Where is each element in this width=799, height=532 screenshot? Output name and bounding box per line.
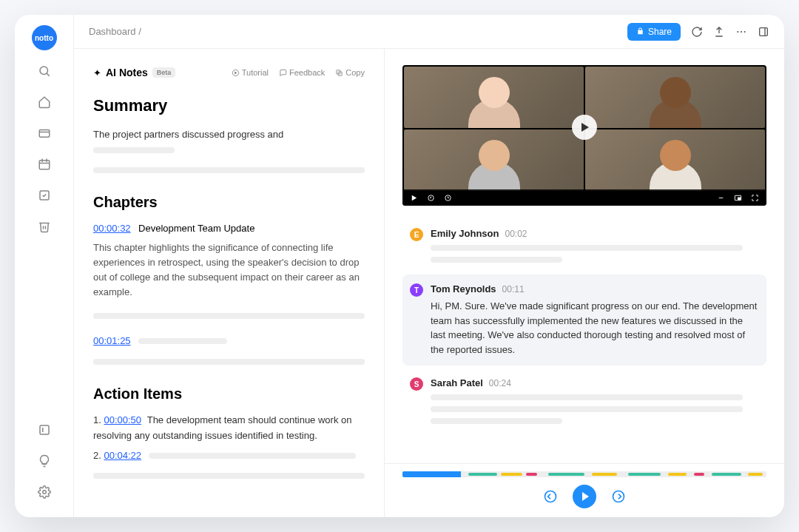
beta-badge: Beta: [152, 67, 176, 78]
tutorial-button[interactable]: Tutorial: [232, 68, 269, 77]
svg-point-13: [744, 30, 746, 32]
video-player[interactable]: [402, 65, 766, 206]
avatar: S: [410, 377, 423, 391]
avatar: T: [410, 283, 423, 297]
svg-rect-2: [39, 130, 50, 138]
logo[interactable]: notto: [32, 25, 57, 50]
sidebar: notto: [15, 15, 74, 517]
gear-icon[interactable]: [37, 485, 52, 499]
speaker-name: Sarah Patel: [431, 377, 483, 388]
forward-button[interactable]: [611, 489, 626, 504]
content: ✦ AI Notes Beta Tutorial Feedback Copy S…: [74, 49, 784, 517]
avatar: E: [410, 228, 423, 241]
breadcrumb[interactable]: Dashboard /: [89, 26, 141, 37]
copy-button[interactable]: Copy: [335, 68, 365, 77]
search-icon[interactable]: [37, 64, 52, 78]
turn-timestamp: 00:24: [489, 378, 511, 388]
play-overlay-button[interactable]: [572, 115, 597, 140]
share-button[interactable]: Share: [627, 23, 681, 41]
share-label: Share: [648, 27, 672, 37]
notes-actions: Tutorial Feedback Copy: [232, 68, 365, 77]
video-fullscreen-icon[interactable]: [751, 194, 759, 202]
nav-icons: [37, 64, 52, 234]
app-window: notto Dashboard / Share: [15, 15, 784, 517]
video-controls: [402, 189, 766, 206]
placeholder: [93, 359, 365, 365]
video-forward-icon[interactable]: [444, 194, 452, 202]
video-play-icon[interactable]: [410, 194, 418, 202]
placeholder: [138, 338, 227, 344]
turn-timestamp: 00:11: [502, 284, 525, 294]
home-icon[interactable]: [37, 95, 52, 110]
ainotes-title: AI Notes: [106, 67, 148, 78]
svg-point-0: [40, 67, 48, 75]
calendar-icon[interactable]: [37, 157, 52, 172]
turn-body: Tom Reynolds 00:11 Hi, PM. Sure. We've m…: [431, 283, 759, 357]
more-icon[interactable]: [735, 26, 747, 38]
svg-point-26: [545, 491, 556, 502]
book-icon[interactable]: [37, 422, 52, 437]
placeholder: [93, 167, 365, 173]
video-container: [385, 49, 784, 212]
participant-tile: [585, 129, 765, 191]
video-pip-icon[interactable]: [734, 194, 742, 202]
feedback-button[interactable]: Feedback: [279, 68, 325, 77]
placeholder: [149, 453, 356, 459]
speaker-name: Tom Reynolds: [431, 283, 496, 294]
svg-marker-20: [412, 195, 417, 200]
video-rewind-icon[interactable]: [427, 194, 435, 202]
media-panel: E Emily Johnson 00:02 T: [385, 49, 784, 517]
placeholder: [93, 473, 365, 479]
bulb-icon[interactable]: [37, 454, 52, 468]
svg-rect-14: [760, 27, 768, 36]
transcript-turn[interactable]: E Emily Johnson 00:02: [402, 219, 766, 272]
placeholder: [431, 245, 743, 251]
timeline[interactable]: [402, 471, 766, 477]
turn-body: Sarah Patel 00:24: [431, 377, 759, 424]
chapters-heading: Chapters: [93, 194, 365, 211]
svg-rect-25: [738, 198, 741, 200]
player-bar: [385, 463, 784, 517]
timestamp-link[interactable]: 00:00:50: [104, 414, 141, 425]
refresh-icon[interactable]: [691, 26, 703, 38]
actionitems-heading: Action Items: [93, 385, 365, 403]
placeholder: [93, 313, 365, 319]
turn-text: Hi, PM. Sure. We've made significant pro…: [431, 299, 759, 357]
notes-panel: ✦ AI Notes Beta Tutorial Feedback Copy S…: [74, 49, 385, 517]
placeholder: [431, 257, 562, 263]
timestamp-link[interactable]: 00:04:22: [104, 450, 141, 461]
rewind-button[interactable]: [543, 489, 558, 504]
svg-rect-8: [40, 425, 49, 434]
sparkle-icon: ✦: [93, 67, 101, 78]
summary-text: The project partners discussed progress …: [93, 127, 365, 158]
svg-marker-17: [235, 72, 236, 74]
chapter-body: This chapter highlights the significance…: [93, 240, 365, 300]
placeholder: [431, 406, 743, 412]
action-item: 1. 00:00:50 The development team should …: [93, 413, 365, 444]
ainotes-header: ✦ AI Notes Beta Tutorial Feedback Copy: [93, 67, 365, 78]
svg-rect-23: [719, 198, 724, 198]
transcript-turn[interactable]: T Tom Reynolds 00:11 Hi, PM. Sure. We've…: [402, 275, 766, 366]
transcript: E Emily Johnson 00:02 T: [385, 212, 784, 463]
summary-heading: Summary: [93, 96, 365, 115]
participant-tile: [404, 67, 584, 128]
timestamp-link[interactable]: 00:01:25: [93, 335, 131, 346]
svg-point-12: [741, 30, 742, 32]
timestamp-link[interactable]: 00:00:32: [93, 223, 131, 234]
schedule-icon[interactable]: [37, 188, 52, 203]
chapter-item: 00:01:25: [93, 334, 365, 349]
topbar: Dashboard / Share: [74, 15, 784, 49]
svg-point-27: [613, 491, 624, 502]
trash-icon[interactable]: [37, 219, 52, 234]
placeholder: [431, 418, 562, 424]
export-icon[interactable]: [713, 26, 725, 38]
topbar-actions: Share: [627, 23, 769, 41]
transcript-turn[interactable]: S Sarah Patel 00:24: [402, 368, 766, 433]
sidebar-bottom: [37, 422, 52, 507]
folder-icon[interactable]: [37, 126, 52, 141]
panel-icon[interactable]: [758, 26, 769, 38]
play-button[interactable]: [573, 485, 596, 508]
placeholder: [93, 147, 175, 153]
video-minimize-icon[interactable]: [717, 194, 725, 202]
svg-point-11: [737, 30, 738, 32]
